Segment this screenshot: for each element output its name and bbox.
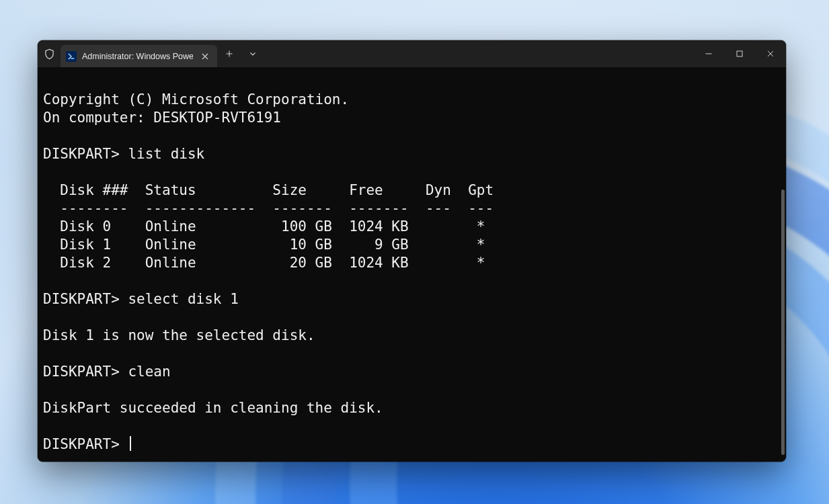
- terminal-window: Administrator: Windows Powe: [38, 40, 786, 462]
- tab-active[interactable]: Administrator: Windows Powe: [61, 45, 217, 67]
- terminal-output: Copyright (C) Microsoft Corporation. On …: [43, 73, 779, 454]
- terminal-viewport[interactable]: Copyright (C) Microsoft Corporation. On …: [38, 67, 786, 462]
- minimize-button[interactable]: [693, 40, 724, 67]
- scrollbar-thumb[interactable]: [781, 190, 785, 455]
- cursor: [130, 436, 131, 451]
- titlebar-drag-region[interactable]: [264, 40, 693, 67]
- close-button[interactable]: [755, 40, 786, 67]
- maximize-button[interactable]: [724, 40, 755, 67]
- svg-rect-0: [737, 51, 742, 56]
- tab-title: Administrator: Windows Powe: [82, 52, 193, 61]
- titlebar[interactable]: Administrator: Windows Powe: [38, 40, 786, 67]
- tab-dropdown-button[interactable]: [241, 40, 264, 67]
- admin-shield-icon: [38, 40, 61, 67]
- powershell-icon: [66, 51, 77, 62]
- tab-close-button[interactable]: [198, 50, 212, 63]
- new-tab-button[interactable]: [217, 40, 241, 67]
